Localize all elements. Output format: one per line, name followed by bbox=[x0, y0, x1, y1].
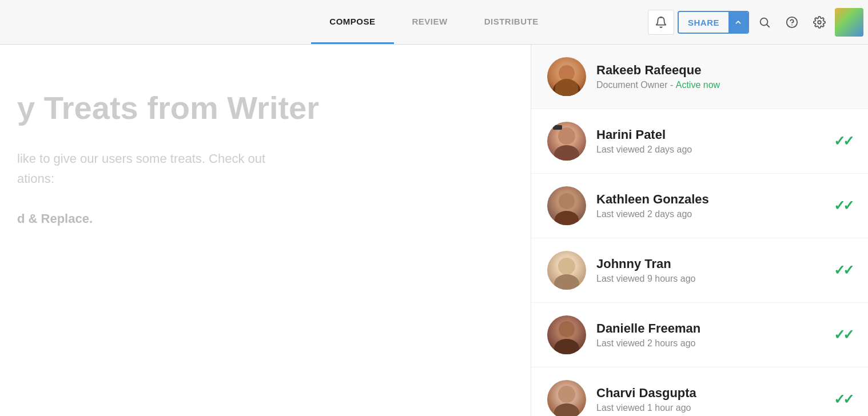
viewed-check-johnny: ✓✓ bbox=[834, 262, 852, 278]
tab-review[interactable]: REVIEW bbox=[394, 0, 466, 44]
user-row-rakeeb[interactable]: Rakeeb Rafeeque Document Owner - Active … bbox=[531, 45, 868, 109]
header: COMPOSE REVIEW DISTRIBUTE SHARE bbox=[0, 0, 868, 45]
viewed-check-harini: ✓✓ bbox=[834, 133, 852, 149]
settings-button[interactable] bbox=[807, 10, 831, 34]
avatar-johnny bbox=[547, 251, 586, 290]
user-status-johnny: Last viewed 9 hours ago bbox=[596, 274, 823, 284]
user-info-rakeeb: Rakeeb Rafeeque Document Owner - Active … bbox=[596, 63, 852, 90]
svg-point-1 bbox=[761, 18, 768, 26]
help-button[interactable] bbox=[780, 10, 804, 34]
notification-icon bbox=[655, 16, 667, 29]
document-content: y Treats from Writer like to give our us… bbox=[0, 45, 532, 263]
user-info-danielle: Danielle Freeman Last viewed 2 hours ago bbox=[596, 321, 823, 349]
user-name-danielle: Danielle Freeman bbox=[596, 321, 823, 336]
avatar-danielle bbox=[547, 315, 586, 354]
nav-tabs: COMPOSE REVIEW DISTRIBUTE bbox=[311, 0, 556, 44]
document-body: like to give our users some treats. Chec… bbox=[17, 149, 497, 229]
user-name-charvi: Charvi Dasgupta bbox=[596, 386, 823, 401]
user-row-harini[interactable]: Harini Patel Last viewed 2 days ago ✓✓ bbox=[531, 109, 868, 174]
notification-button[interactable] bbox=[648, 10, 674, 35]
tab-distribute[interactable]: DISTRIBUTE bbox=[466, 0, 557, 44]
share-arrow[interactable] bbox=[728, 12, 748, 33]
viewed-check-charvi: ✓✓ bbox=[834, 391, 852, 407]
active-now-badge: Active now bbox=[676, 80, 720, 90]
chevron-up-icon bbox=[734, 18, 742, 26]
avatar-kathleen bbox=[547, 186, 586, 225]
user-avatar-button[interactable] bbox=[835, 8, 863, 37]
share-label: SHARE bbox=[679, 18, 728, 27]
user-name-rakeeb: Rakeeb Rafeeque bbox=[596, 63, 852, 78]
document-title: y Treats from Writer bbox=[17, 90, 497, 126]
viewed-check-danielle: ✓✓ bbox=[834, 327, 852, 343]
avatar-harini bbox=[547, 122, 586, 161]
svg-rect-0 bbox=[660, 17, 662, 18]
user-status-kathleen: Last viewed 2 days ago bbox=[596, 209, 823, 219]
search-icon bbox=[758, 16, 771, 29]
tab-compose[interactable]: COMPOSE bbox=[311, 0, 393, 44]
settings-icon bbox=[813, 16, 826, 29]
user-row-kathleen[interactable]: Kathleen Gonzales Last viewed 2 days ago… bbox=[531, 174, 868, 238]
user-name-kathleen: Kathleen Gonzales bbox=[596, 192, 823, 207]
avatar-rakeeb bbox=[547, 57, 586, 96]
share-button[interactable]: SHARE bbox=[678, 11, 749, 34]
avatar-charvi bbox=[547, 380, 586, 416]
user-status-charvi: Last viewed 1 hour ago bbox=[596, 403, 823, 413]
document-area: y Treats from Writer like to give our us… bbox=[0, 45, 532, 416]
user-info-johnny: Johnny Tran Last viewed 9 hours ago bbox=[596, 257, 823, 284]
user-status-danielle: Last viewed 2 hours ago bbox=[596, 338, 823, 349]
user-info-harini: Harini Patel Last viewed 2 days ago bbox=[596, 127, 823, 155]
help-icon bbox=[786, 16, 798, 29]
user-info-kathleen: Kathleen Gonzales Last viewed 2 days ago bbox=[596, 192, 823, 219]
svg-line-2 bbox=[767, 25, 769, 27]
user-row-danielle[interactable]: Danielle Freeman Last viewed 2 hours ago… bbox=[531, 303, 868, 367]
viewed-check-kathleen: ✓✓ bbox=[834, 198, 852, 214]
svg-point-5 bbox=[818, 21, 821, 24]
user-name-harini: Harini Patel bbox=[596, 127, 823, 142]
user-name-johnny: Johnny Tran bbox=[596, 257, 823, 271]
user-row-charvi[interactable]: Charvi Dasgupta Last viewed 1 hour ago ✓… bbox=[531, 367, 868, 416]
header-right-actions: SHARE bbox=[648, 0, 868, 45]
user-status-rakeeb: Document Owner - Active now bbox=[596, 80, 852, 90]
user-info-charvi: Charvi Dasgupta Last viewed 1 hour ago bbox=[596, 386, 823, 413]
user-status-harini: Last viewed 2 days ago bbox=[596, 145, 823, 155]
search-button[interactable] bbox=[752, 10, 777, 34]
share-dropdown-panel: Rakeeb Rafeeque Document Owner - Active … bbox=[531, 45, 868, 416]
user-row-johnny[interactable]: Johnny Tran Last viewed 9 hours ago ✓✓ bbox=[531, 238, 868, 303]
